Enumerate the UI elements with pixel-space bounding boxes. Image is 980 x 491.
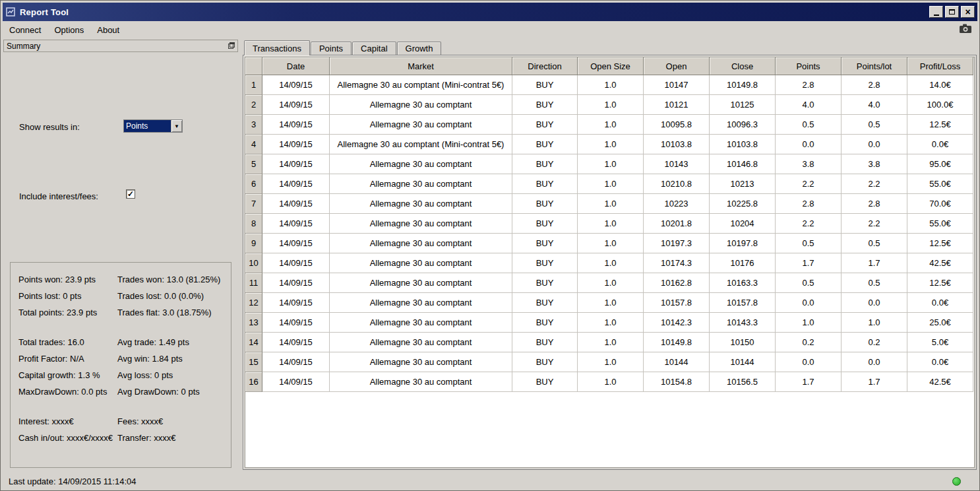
table-cell: BUY — [512, 234, 578, 253]
row-number[interactable]: 12 — [245, 293, 262, 313]
table-cell: BUY — [512, 174, 578, 194]
table-cell: 10197.3 — [644, 234, 710, 253]
row-number[interactable]: 16 — [245, 372, 262, 392]
row-number[interactable]: 9 — [245, 234, 262, 253]
transactions-table-area[interactable]: DateMarketDirectionOpen SizeOpenClosePoi… — [245, 57, 975, 468]
table-cell: 1.0 — [578, 194, 644, 214]
table-row[interactable]: 1214/09/15Allemagne 30 au comptantBUY1.0… — [245, 293, 973, 313]
table-row[interactable]: 1114/09/15Allemagne 30 au comptantBUY1.0… — [245, 273, 973, 293]
table-cell: Allemagne 30 au comptant — [330, 95, 512, 115]
column-header-open-size[interactable]: Open Size — [578, 57, 644, 75]
menu-item-connect[interactable]: Connect — [9, 24, 42, 36]
stat-value-right: Avg DrawDown: 0 pts — [117, 387, 231, 397]
table-cell: 1.0 — [578, 293, 644, 313]
table-cell: 2.8 — [842, 75, 907, 95]
stat-value-right: Transfer: xxxx€ — [117, 433, 231, 443]
tab-capital[interactable]: Capital — [352, 42, 396, 55]
table-cell: 14/09/15 — [262, 352, 330, 372]
include-fees-checkbox[interactable]: ✓ — [126, 189, 135, 199]
table-cell: 0.5 — [842, 273, 907, 293]
table-cell: 1.0 — [842, 313, 907, 333]
table-row[interactable]: 114/09/15Allemagne 30 au comptant (Mini-… — [245, 75, 973, 95]
camera-icon[interactable] — [959, 23, 972, 36]
table-cell: 55.0€ — [907, 174, 973, 194]
tab-growth[interactable]: Growth — [397, 42, 442, 55]
tab-transactions[interactable]: Transactions — [244, 40, 310, 55]
table-cell: 10147 — [644, 75, 710, 95]
row-number[interactable]: 8 — [245, 214, 262, 234]
column-header-market[interactable]: Market — [330, 57, 512, 75]
table-row[interactable]: 514/09/15Allemagne 30 au comptantBUY1.01… — [245, 154, 973, 174]
show-results-dropdown[interactable]: Points ▼ — [123, 119, 183, 133]
table-row[interactable]: 1014/09/15Allemagne 30 au comptantBUY1.0… — [245, 253, 973, 273]
title-bar[interactable]: Report Tool × — [3, 3, 977, 21]
minimize-button[interactable] — [929, 6, 943, 18]
stats-group: Interest: xxxx€Fees: xxxx€Cash in/out: x… — [18, 407, 231, 453]
row-number[interactable]: 11 — [245, 273, 262, 293]
row-number[interactable]: 4 — [245, 135, 262, 154]
table-cell: 10157.8 — [644, 293, 710, 313]
table-cell: 0.2 — [776, 333, 842, 352]
table-cell: 0.2 — [842, 333, 907, 352]
maximize-button[interactable] — [945, 6, 959, 18]
table-cell: 0.0 — [776, 352, 842, 372]
table-cell: 5.0€ — [907, 333, 973, 352]
table-row[interactable]: 914/09/15Allemagne 30 au comptantBUY1.01… — [245, 234, 973, 253]
row-number[interactable]: 3 — [245, 115, 262, 135]
table-cell: 1.0 — [578, 214, 644, 234]
stats-row: Points lost: 0 ptsTrades lost: 0.0 (0.0%… — [18, 291, 231, 301]
column-header-close[interactable]: Close — [710, 57, 776, 75]
table-row[interactable]: 1314/09/15Allemagne 30 au comptantBUY1.0… — [245, 313, 973, 333]
table-cell: Allemagne 30 au comptant — [330, 273, 512, 293]
table-row[interactable]: 714/09/15Allemagne 30 au comptantBUY1.01… — [245, 194, 973, 214]
chevron-down-icon[interactable]: ▼ — [171, 120, 182, 132]
stat-value-left: Total points: 23.9 pts — [18, 308, 117, 317]
row-number[interactable]: 5 — [245, 154, 262, 174]
row-number[interactable]: 15 — [245, 352, 262, 372]
table-row[interactable]: 614/09/15Allemagne 30 au comptantBUY1.01… — [245, 174, 973, 194]
menu-item-options[interactable]: Options — [53, 24, 84, 36]
row-number[interactable]: 2 — [245, 95, 262, 115]
dropdown-selected-value: Points — [124, 120, 171, 132]
close-button[interactable]: × — [961, 6, 975, 18]
table-row[interactable]: 814/09/15Allemagne 30 au comptantBUY1.01… — [245, 214, 973, 234]
column-header-points[interactable]: Points — [776, 57, 842, 75]
table-cell: 1.0 — [776, 313, 842, 333]
tab-points[interactable]: Points — [311, 42, 352, 55]
table-cell: 10095.8 — [644, 115, 710, 135]
table-cell: BUY — [512, 313, 578, 333]
table-cell: Allemagne 30 au comptant — [330, 313, 512, 333]
row-number[interactable]: 1 — [245, 75, 262, 95]
report-panel: TransactionsPointsCapitalGrowth DateMark… — [243, 40, 977, 470]
row-number[interactable]: 7 — [245, 194, 262, 214]
table-cell: 1.0 — [578, 234, 644, 253]
table-cell: Allemagne 30 au comptant — [330, 333, 512, 352]
row-number[interactable]: 13 — [245, 313, 262, 333]
table-cell: 10103.8 — [644, 135, 710, 154]
table-cell: 10144 — [644, 352, 710, 372]
stat-value-left: Profit Factor: N/A — [18, 354, 117, 364]
table-row[interactable]: 414/09/15Allemagne 30 au comptant (Mini-… — [245, 135, 973, 154]
table-cell: 3.8 — [776, 154, 842, 174]
table-cell: 10149.8 — [710, 75, 776, 95]
column-header-direction[interactable]: Direction — [512, 57, 578, 75]
column-header-date[interactable]: Date — [262, 57, 330, 75]
table-row[interactable]: 1514/09/15Allemagne 30 au comptantBUY1.0… — [245, 352, 973, 372]
table-row[interactable]: 314/09/15Allemagne 30 au comptantBUY1.01… — [245, 115, 973, 135]
show-results-label: Show results in: — [19, 122, 80, 132]
table-cell: 0.5 — [776, 234, 842, 253]
row-number[interactable]: 6 — [245, 174, 262, 194]
panel-float-icon[interactable] — [228, 42, 235, 51]
menu-item-about[interactable]: About — [96, 24, 120, 36]
column-header-points-lot[interactable]: Points/lot — [842, 57, 907, 75]
table-cell: 10174.3 — [644, 253, 710, 273]
table-row[interactable]: 1614/09/15Allemagne 30 au comptantBUY1.0… — [245, 372, 973, 392]
row-number[interactable]: 14 — [245, 333, 262, 352]
column-header-profit-loss[interactable]: Profit/Loss — [907, 57, 973, 75]
table-row[interactable]: 214/09/15Allemagne 30 au comptantBUY1.01… — [245, 95, 973, 115]
stat-value-left: MaxDrawDown: 0.0 pts — [18, 387, 117, 397]
row-number[interactable]: 10 — [245, 253, 262, 273]
table-row[interactable]: 1414/09/15Allemagne 30 au comptantBUY1.0… — [245, 333, 973, 352]
column-header-open[interactable]: Open — [644, 57, 710, 75]
table-cell: 10103.8 — [710, 135, 776, 154]
